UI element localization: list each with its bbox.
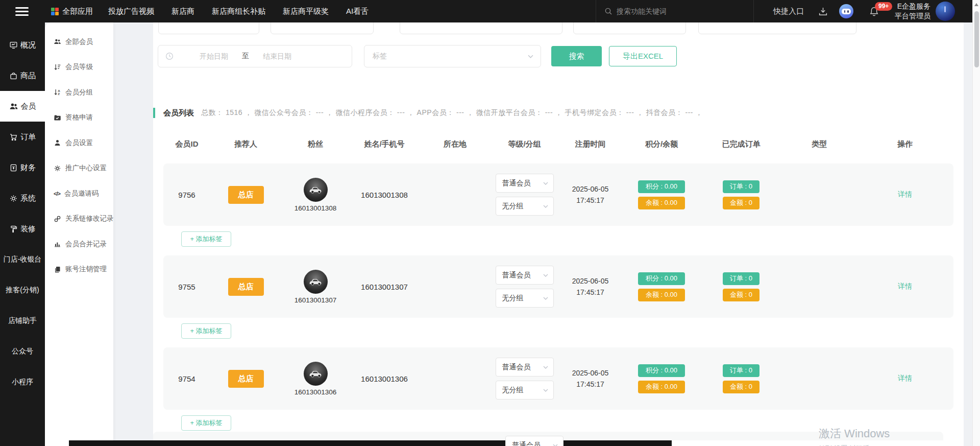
sidebar-item-system[interactable]: 系统 (0, 183, 45, 214)
add-tag-button[interactable]: + 添加标签 (181, 323, 231, 339)
column-header-referrer: 推荐人 (210, 139, 281, 149)
sidebar-item-products[interactable]: 商品 (0, 60, 45, 91)
table-row: 9755 总店 16013001307 16013001307 普通会员 (163, 255, 953, 318)
notifications-button[interactable]: 99+ (869, 6, 879, 17)
quick-entry-link[interactable]: 快捷入口 (773, 7, 804, 16)
sidebar-item-decorate[interactable]: 装修 (0, 214, 45, 244)
group-select[interactable]: 无分组 (496, 381, 554, 400)
sidebar-item-mini-program[interactable]: 小程序 (0, 367, 45, 397)
subsidebar-item-relation-log[interactable]: 关系链修改记录 (45, 206, 113, 232)
level-select[interactable]: 普通会员 (505, 436, 564, 446)
location-cell (419, 347, 491, 410)
apps-grid-icon (51, 8, 59, 15)
search-input[interactable] (617, 7, 745, 15)
sidebar-item-finance[interactable]: 财务 (0, 152, 45, 183)
level-select[interactable]: 普通会员 (496, 358, 554, 377)
scrollbar-thumb[interactable] (974, 11, 979, 67)
group-select[interactable]: 无分组 (496, 289, 554, 308)
user-name-line2: 平台管理员 (895, 11, 930, 21)
fan-id: 16013001308 (295, 204, 337, 212)
member-list-header: 会员列表 总数： 1516 ， 微信公众号会员： --- ， 微信小程序会员： … (153, 108, 964, 118)
level-select[interactable]: 普通会员 (496, 174, 554, 193)
tag-select[interactable]: 标签 (364, 45, 541, 67)
subsidebar-item-invite-code[interactable]: </> 会员邀请码 (45, 181, 113, 206)
column-header-fans: 粉丝 (281, 139, 350, 149)
ai-assistant-icon[interactable] (839, 4, 853, 18)
sort-alpha-icon: AZ (54, 88, 61, 96)
subsidebar-item-all-members[interactable]: 全部会员 (45, 29, 113, 55)
subsidebar-item-merge-log[interactable]: 会员合并记录 (45, 231, 113, 257)
subsidebar-item-member-group[interactable]: AZ 会员分组 (45, 80, 113, 105)
group-select[interactable]: 无分组 (496, 197, 554, 216)
clock-icon (165, 52, 174, 60)
member-id: 9755 (178, 283, 195, 291)
nav-item-new-shop[interactable]: 新店商 (172, 7, 194, 16)
end-date-input[interactable] (249, 52, 305, 60)
table-row: 9756 总店 16013001308 16013001308 普通会员 (163, 163, 953, 226)
referrer-badge[interactable]: 总店 (228, 370, 264, 388)
sidebar-item-members[interactable]: 会员 (0, 91, 45, 122)
member-block: 9756 总店 16013001308 16013001308 普通会员 (163, 163, 953, 247)
subsidebar-item-member-level[interactable]: 会员等级 (45, 55, 113, 80)
subsidebar-item-promotion-settings[interactable]: 推广中心设置 (45, 156, 113, 181)
subsidebar-item-member-settings[interactable]: 会员设置 (45, 130, 113, 156)
menu-toggle-icon[interactable] (15, 5, 29, 18)
member-list-title: 会员列表 (163, 108, 194, 118)
download-icon[interactable] (818, 7, 828, 16)
all-apps-label: 全部应用 (62, 7, 93, 16)
fan-id: 16013001307 (295, 296, 337, 304)
start-date-input[interactable] (186, 52, 242, 60)
subsidebar-item-account-cancel[interactable]: 账号注销管理 (45, 257, 113, 283)
referrer-badge[interactable]: 总店 (228, 278, 264, 296)
add-tag-button[interactable]: + 添加标签 (181, 415, 231, 431)
referrer-badge[interactable]: 总店 (228, 186, 264, 204)
sidebar-item-orders[interactable]: 订单 (0, 122, 45, 152)
search-icon (604, 7, 612, 15)
type-cell (782, 163, 856, 226)
table-row: 9754 总店 16013001306 16013001306 普通会员 (163, 347, 953, 410)
sidebar-item-store-cashier[interactable]: 门店-收银台 (0, 244, 45, 275)
notification-count-badge: 99+ (875, 2, 892, 11)
scrollbar-up-arrow-icon[interactable] (974, 3, 978, 6)
register-time: 17:45:17 (576, 195, 604, 206)
subsidebar-item-qualification[interactable]: 资格申请 (45, 105, 113, 131)
date-range-picker[interactable]: 至 (158, 45, 352, 67)
export-excel-button[interactable]: 导出EXCEL (609, 46, 677, 66)
sidebar-item-shop-assistant[interactable]: 店铺助手 (0, 306, 45, 336)
chevron-down-icon (543, 274, 548, 277)
sidebar-item-overview[interactable]: 概况 (0, 30, 45, 60)
sidebar-item-official-account[interactable]: 公众号 (0, 336, 45, 367)
detail-link[interactable]: 详情 (898, 374, 912, 383)
nav-item-leader-subsidy[interactable]: 新店商组长补贴 (212, 7, 265, 16)
fan-avatar[interactable] (304, 178, 328, 202)
robot-face-icon (842, 9, 851, 14)
search-button[interactable]: 搜索 (551, 46, 602, 66)
global-search[interactable] (596, 0, 754, 22)
avatar[interactable] (936, 2, 955, 21)
points-badge: 积分 : 0.00 (638, 272, 685, 285)
paint-roller-icon (9, 225, 18, 233)
location-cell (419, 255, 491, 318)
fan-avatar[interactable] (304, 362, 328, 386)
user-menu[interactable]: E企盈服务 平台管理员 (895, 2, 930, 21)
register-date: 2025-06-05 (572, 275, 609, 287)
finance-icon (9, 163, 18, 172)
filter-row: 至 标签 搜索 导出EXCEL (153, 45, 964, 67)
all-apps-button[interactable]: 全部应用 (51, 7, 93, 16)
detail-link[interactable]: 详情 (898, 282, 912, 291)
detail-link[interactable]: 详情 (898, 190, 912, 199)
sidebar-item-distribution[interactable]: 推客(分销) (0, 275, 45, 306)
amount-badge: 金额 : 0 (723, 197, 760, 209)
scrollbar[interactable] (972, 0, 980, 446)
top-navigation: 投放广告视频 新店商 新店商组长补贴 新店商平级奖 AI看舌 (108, 7, 369, 16)
fan-avatar[interactable] (304, 270, 328, 294)
nav-item-ad-video[interactable]: 投放广告视频 (108, 7, 154, 16)
nav-item-ai-tongue[interactable]: AI看舌 (346, 7, 369, 16)
column-header-points-balance: 积分/余额 (623, 139, 700, 149)
member-list-stats: 总数： 1516 ， 微信公众号会员： --- ， 微信小程序会员： --- ，… (201, 108, 703, 118)
amount-badge: 金额 : 0 (723, 381, 760, 393)
column-header-register-time: 注册时间 (558, 139, 623, 149)
level-select[interactable]: 普通会员 (496, 266, 554, 285)
nav-item-peer-reward[interactable]: 新店商平级奖 (283, 7, 329, 16)
add-tag-button[interactable]: + 添加标签 (181, 231, 231, 247)
